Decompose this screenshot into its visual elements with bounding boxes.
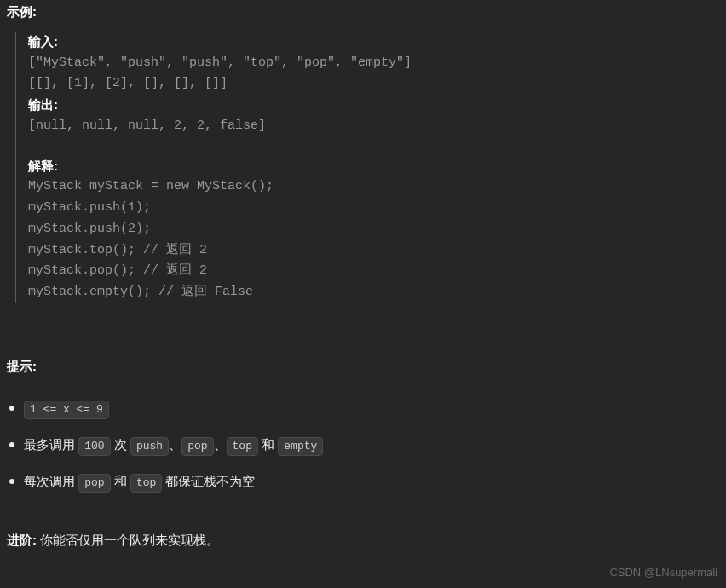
hint3-text-mid: 和 (111, 474, 130, 488)
input-label: 输入: (28, 32, 726, 53)
code-line-0: MyStack myStack = new MyStack(); (28, 176, 726, 198)
hint2-text-prefix: 最多调用 (24, 437, 78, 452)
hint2-text-mid1: 次 (111, 437, 130, 452)
watermark: CSDN @LNsupermali (609, 563, 717, 581)
hint-item-2: 最多调用 100 次 push、pop、top 和 empty (7, 435, 726, 456)
output-label: 输出: (28, 95, 726, 116)
hint2-text-mid2: 和 (258, 437, 278, 452)
code-chip-100: 100 (78, 437, 110, 456)
code-line-2: myStack.push(2); (28, 219, 726, 240)
explain-label: 解释: (28, 156, 726, 177)
hints-section: 提示: 1 <= x <= 9 最多调用 100 次 push、pop、top … (0, 356, 726, 493)
advanced-section: 进阶: 你能否仅用一个队列来实现栈。 (7, 530, 726, 551)
example-block: 输入: ["MyStack", "push", "push", "top", "… (15, 32, 726, 303)
advanced-text: 你能否仅用一个队列来实现栈。 (37, 533, 219, 547)
code-chip-top2: top (130, 474, 162, 493)
input-line-2: [[], [1], [2], [], [], []] (28, 73, 726, 95)
code-chip-pop2: pop (78, 474, 110, 493)
code-chip-pop: pop (182, 437, 213, 456)
example-title: 示例: (7, 2, 726, 23)
hint-item-1: 1 <= x <= 9 (7, 398, 726, 419)
hint2-sep2: 、 (214, 437, 227, 452)
hint-item-3: 每次调用 pop 和 top 都保证栈不为空 (7, 471, 726, 493)
code-line-4: myStack.pop(); // 返回 2 (28, 261, 726, 282)
advanced-label: 进阶: (7, 533, 37, 547)
code-line-1: myStack.push(1); (28, 198, 726, 219)
code-chip-push: push (130, 437, 169, 456)
code-chip-empty: empty (278, 437, 323, 456)
code-line-5: myStack.empty(); // 返回 False (28, 282, 726, 303)
hint3-text-prefix: 每次调用 (24, 474, 78, 488)
hints-title: 提示: (7, 356, 726, 378)
code-chip-top: top (227, 437, 258, 456)
input-line-1: ["MyStack", "push", "push", "top", "pop"… (28, 53, 726, 74)
hint3-text-suffix: 都保证栈不为空 (162, 474, 255, 488)
code-chip-range: 1 <= x <= 9 (24, 401, 109, 419)
output-line: [null, null, null, 2, 2, false] (28, 116, 726, 137)
code-line-3: myStack.top(); // 返回 2 (28, 240, 726, 262)
hint2-sep1: 、 (169, 437, 182, 452)
hints-list: 1 <= x <= 9 最多调用 100 次 push、pop、top 和 em… (7, 398, 726, 493)
